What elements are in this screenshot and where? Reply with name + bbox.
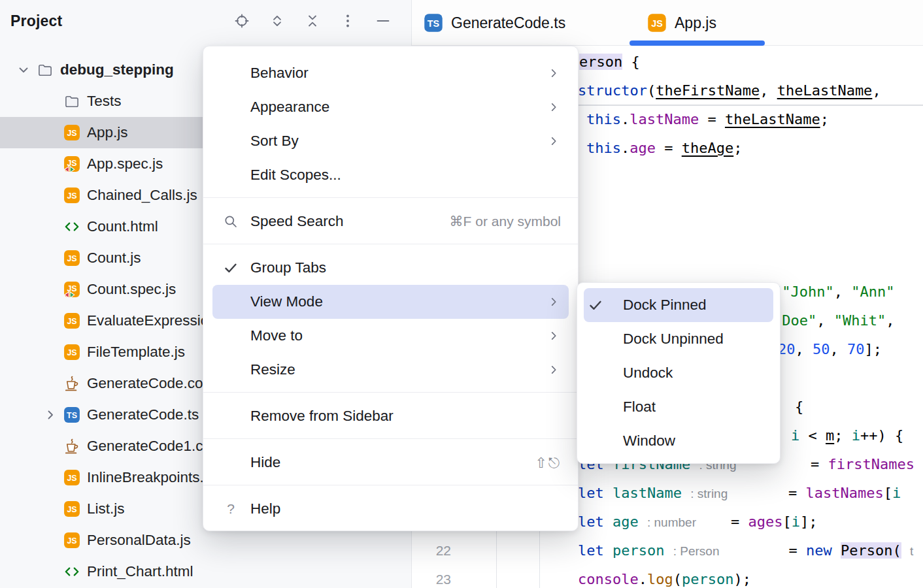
view-mode-submenu: Dock PinnedDock UnpinnedUndockFloatWindo… (577, 282, 780, 464)
tree-item-print-chart-html[interactable]: Print_Chart.html (0, 556, 411, 587)
menu-separator (203, 244, 578, 244)
submenu-item-label: Dock Unpinned (623, 331, 724, 348)
menu-item-behavior[interactable]: Behavior (203, 56, 578, 90)
menu-separator (203, 392, 578, 393)
tree-item-label: Count.spec.js (87, 281, 176, 298)
submenu-item-float[interactable]: Float (577, 390, 780, 424)
submenu-item-label: Window (623, 433, 675, 449)
submenu-item-label: Dock Pinned (623, 297, 707, 314)
submenu-item-label: Undock (623, 365, 673, 382)
svg-text:JS: JS (651, 18, 663, 29)
tree-item-label: Chained_Calls.js (87, 187, 197, 204)
hide-panel-button[interactable] (375, 12, 392, 29)
check-icon (588, 297, 611, 313)
js-icon: JS (63, 532, 80, 549)
menu-item-appearance[interactable]: Appearance (203, 90, 578, 124)
chevron-slot (37, 308, 63, 334)
menu-item-resize[interactable]: Resize (203, 353, 578, 387)
menu-item-label: Remove from Sidebar (250, 408, 394, 425)
js-icon: JS (63, 500, 80, 517)
editor-tab-generatecode-ts[interactable]: TSGenerateCode.ts (424, 0, 565, 46)
chevron-slot (37, 370, 63, 397)
menu-item-label: Behavior (250, 65, 309, 82)
js-icon: JS (63, 250, 80, 267)
code-line: console.log(person); (578, 565, 751, 588)
svg-text:JS: JS (67, 254, 76, 263)
menu-item-hide[interactable]: Hide⇧⎋ (203, 446, 578, 480)
submenu-item-label: Float (623, 399, 656, 416)
coffee-icon (63, 375, 80, 392)
project-panel-title[interactable]: Project (10, 12, 62, 30)
expand-all-button[interactable] (269, 12, 286, 29)
svg-text:?: ? (227, 501, 235, 516)
js-icon: JS (63, 312, 80, 329)
menu-shortcut: ⌘F or any symbol (450, 214, 561, 229)
menu-item-group-tabs[interactable]: Group Tabs (203, 251, 578, 285)
submenu-item-window[interactable]: Window (577, 424, 780, 458)
submenu-item-dock-unpinned[interactable]: Dock Unpinned (577, 322, 780, 356)
menu-item-help[interactable]: ?Help (203, 492, 578, 526)
collapse-icon (305, 13, 320, 29)
menu-item-label: Appearance (250, 99, 329, 116)
chevron-slot (37, 339, 63, 365)
search-icon (223, 214, 250, 229)
menu-item-sort-by[interactable]: Sort By (203, 124, 578, 158)
chevron-slot (37, 88, 63, 114)
chevron-slot (37, 120, 63, 146)
menu-item-label: Hide (250, 454, 280, 471)
help-icon: ? (223, 501, 250, 517)
chevron-down-icon[interactable] (10, 57, 37, 83)
js-icon: JS (63, 344, 80, 361)
ide-window: Project debug_steppingTestsJSApp.jsJSApp… (0, 0, 923, 588)
editor-tab-app-js[interactable]: JSApp.js (647, 0, 739, 46)
menu-item-move-to[interactable]: Move to (203, 319, 578, 353)
ts-icon: TS (424, 13, 443, 33)
tool-window-options-menu: BehaviorAppearanceSort ByEdit Scopes...S… (203, 46, 579, 531)
svg-text:TS: TS (67, 411, 77, 420)
code-line: this.lastName = theLastName; (586, 105, 829, 134)
chevron-slot (37, 245, 63, 271)
menu-item-view-mode[interactable]: View Mode (212, 285, 569, 319)
submenu-item-undock[interactable]: Undock (577, 356, 780, 390)
svg-text:JS: JS (67, 129, 76, 138)
menu-item-label: Speed Search (250, 213, 344, 230)
menu-item-remove-from-sidebar[interactable]: Remove from Sidebar (203, 399, 578, 433)
active-tab-indicator (629, 41, 765, 46)
tree-item-label: App.spec.js (87, 155, 163, 172)
menu-item-speed-search[interactable]: Speed Search⌘F or any symbol (203, 204, 578, 238)
line-number: 22 (412, 536, 451, 565)
code-line: erson { (579, 48, 640, 76)
tree-item-label: App.js (87, 124, 128, 141)
collapse-all-button[interactable] (304, 12, 321, 29)
menu-shortcut: ⇧⎋ (535, 455, 561, 471)
minus-icon (375, 13, 391, 29)
html-icon (63, 218, 80, 235)
js-icon: JS (63, 469, 80, 486)
more-options-button[interactable] (339, 12, 356, 29)
menu-item-edit-scopes[interactable]: Edit Scopes... (203, 158, 578, 192)
code-line: this.age = theAge; (586, 134, 742, 163)
menu-item-label: Sort By (250, 133, 299, 150)
js-icon: JS (647, 13, 667, 33)
code-line: let person : Person = new Person( t (578, 536, 913, 565)
code-line: structor(theFirstName, theLastName, (578, 76, 881, 105)
chevron-right-icon (546, 134, 561, 148)
svg-text:TS: TS (428, 18, 440, 29)
tab-label: App.js (675, 14, 716, 32)
menu-item-label: Move to (250, 327, 303, 344)
js-icon: JS (63, 124, 80, 141)
project-panel-header: Project (0, 0, 411, 42)
chevron-right-icon[interactable] (37, 402, 63, 428)
submenu-item-dock-pinned[interactable]: Dock Pinned (584, 288, 773, 322)
chevron-slot (37, 465, 63, 491)
svg-text:JS: JS (67, 191, 76, 201)
tree-item-label: Count.html (87, 218, 158, 235)
check-icon (223, 260, 250, 276)
svg-text:JS: JS (67, 348, 76, 357)
chevron-right-icon (546, 363, 561, 377)
locate-button[interactable] (233, 12, 250, 29)
tree-item-label: Tests (87, 93, 122, 110)
tree-item-label: Count.js (87, 250, 141, 267)
chevron-slot (37, 214, 63, 240)
tree-item-label: GenerateCode.ts (87, 406, 199, 423)
